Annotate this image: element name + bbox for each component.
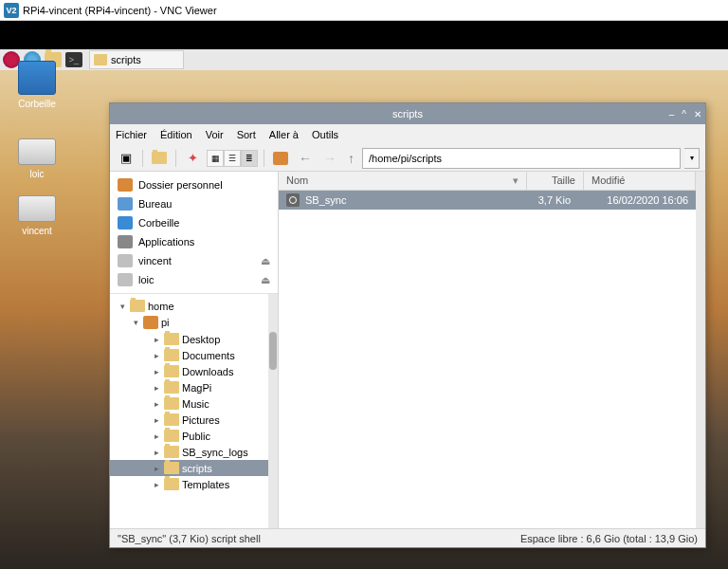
column-name[interactable]: Nom ▾ [279, 172, 527, 190]
file-scrollbar[interactable] [696, 172, 705, 528]
place-corbeille[interactable]: Corbeille [110, 213, 278, 232]
expand-icon[interactable]: ▸ [152, 431, 161, 441]
home-button[interactable] [270, 148, 291, 169]
expand-icon[interactable]: ▸ [152, 448, 161, 457]
sidebar: Dossier personnelBureauCorbeilleApplicat… [110, 172, 279, 528]
place-loic[interactable]: loic⏏ [110, 270, 278, 289]
taskbar: >_ scripts [0, 49, 728, 70]
expand-icon[interactable]: ▸ [152, 399, 161, 409]
tree-label: MagPi [182, 382, 211, 394]
desktop-icon-loic[interactable]: loic [13, 135, 61, 179]
place-icon [118, 254, 133, 267]
view-mode-group: ▦ ☰ ≣ [207, 150, 258, 167]
eject-icon[interactable]: ⏏ [261, 274, 270, 286]
tree-row-downloads[interactable]: ▸Downloads [110, 363, 278, 379]
tree-row-music[interactable]: ▸Music [110, 395, 278, 412]
place-label: loic [138, 274, 155, 285]
menu-aller à[interactable]: Aller à [269, 129, 299, 140]
tree-row-templates[interactable]: ▸Templates [110, 476, 278, 492]
close-icon[interactable]: ✕ [694, 109, 701, 119]
status-disk-space: Espace libre : 6,6 Gio (total : 13,9 Gio… [520, 533, 698, 544]
expand-icon[interactable]: ▸ [152, 335, 161, 344]
folder-icon [164, 478, 179, 490]
folder-icon [164, 381, 179, 394]
tree-row-desktop[interactable]: ▸Desktop [110, 331, 278, 347]
file-size: 3,7 Kio [514, 194, 571, 206]
view-icons-button[interactable]: ▦ [207, 150, 224, 167]
tree-label: scripts [182, 463, 212, 474]
place-dossier-personnel[interactable]: Dossier personnel [110, 175, 278, 194]
script-file-icon [286, 193, 300, 207]
path-input[interactable] [362, 148, 681, 169]
place-label: Applications [138, 236, 194, 248]
column-size[interactable]: Taille [527, 172, 584, 190]
place-label: Bureau [138, 198, 172, 210]
tree-row-sb_sync_logs[interactable]: ▸SB_sync_logs [110, 444, 278, 460]
menu-outils[interactable]: Outils [312, 129, 338, 140]
minimize-icon[interactable]: – [669, 109, 675, 119]
tree-row-documents[interactable]: ▸Documents [110, 347, 278, 363]
file-manager-window: scripts – ^ ✕ FichierÉditionVoirSortAlle… [109, 102, 706, 548]
tree-row-magpi[interactable]: ▸MagPi [110, 379, 278, 395]
folder-icon [164, 413, 179, 426]
expand-icon[interactable]: ▸ [152, 383, 161, 393]
drive-icon [18, 195, 56, 222]
menu-voir[interactable]: Voir [206, 129, 224, 140]
back-button[interactable]: ← [295, 151, 316, 166]
desktop-icon-corbeille[interactable]: Corbeille [13, 61, 61, 109]
desktop-icon-vincent[interactable]: vincent [13, 192, 61, 236]
desktop-icon-label: Corbeille [13, 99, 61, 109]
tree-scrollbar[interactable] [268, 294, 278, 528]
vnc-title: RPi4-vincent (RPi4-vincent) - VNC Viewer [23, 5, 217, 16]
eject-icon[interactable]: ⏏ [261, 255, 270, 267]
folder-icon [164, 430, 179, 442]
file-name: SB_sync [305, 194, 508, 206]
window-titlebar[interactable]: scripts – ^ ✕ [110, 103, 705, 124]
place-vincent[interactable]: vincent⏏ [110, 251, 278, 270]
expand-icon[interactable]: ▸ [152, 351, 161, 360]
folder-icon [164, 462, 179, 474]
tree-label: SB_sync_logs [182, 447, 248, 458]
tree-row-pi[interactable]: ▾ pi [110, 314, 278, 331]
view-compact-button[interactable]: ☰ [224, 150, 241, 167]
terminal-icon[interactable]: >_ [64, 51, 83, 68]
expand-icon[interactable]: ▸ [152, 367, 161, 376]
place-applications[interactable]: Applications [110, 232, 278, 251]
tree-label: home [148, 301, 174, 312]
up-button[interactable]: ↑ [344, 151, 358, 166]
tree-label: Documents [182, 350, 235, 361]
tree-row-public[interactable]: ▸Public [110, 428, 278, 444]
statusbar: "SB_sync" (3,7 Kio) script shell Espace … [110, 528, 705, 547]
expand-icon[interactable]: ▸ [152, 480, 161, 489]
desktop-icon-label: vincent [13, 226, 61, 236]
forward-button[interactable]: → [319, 151, 340, 166]
menu-édition[interactable]: Édition [160, 129, 192, 140]
preferences-button[interactable]: ✦ [182, 148, 203, 169]
expand-icon[interactable]: ▸ [152, 464, 161, 473]
tree-label: Templates [182, 479, 229, 490]
path-dropdown-button[interactable]: ▾ [684, 148, 700, 169]
new-tab-button[interactable]: ▣ [116, 148, 136, 169]
tree-row-pictures[interactable]: ▸Pictures [110, 412, 278, 428]
menu-sort[interactable]: Sort [237, 129, 256, 140]
column-modified[interactable]: Modifié [584, 172, 696, 190]
menu-fichier[interactable]: Fichier [116, 129, 147, 140]
file-list-header: Nom ▾ Taille Modifié [279, 172, 696, 191]
vnc-titlebar: V2 RPi4-vincent (RPi4-vincent) - VNC Vie… [0, 0, 728, 21]
view-list-button[interactable]: ≣ [241, 150, 258, 167]
menubar: FichierÉditionVoirSortAller àOutils [110, 124, 705, 145]
tree-label: Pictures [182, 414, 220, 426]
new-folder-button[interactable] [149, 148, 170, 169]
tree-row-scripts[interactable]: ▸scripts [110, 460, 278, 476]
file-row[interactable]: SB_sync3,7 Kio16/02/2020 16:06 [279, 191, 696, 210]
tree-row-home[interactable]: ▾ home [110, 298, 278, 314]
taskbar-window-label: scripts [111, 54, 141, 65]
drive-icon [18, 138, 56, 165]
place-icon [118, 197, 133, 211]
maximize-icon[interactable]: ^ [682, 109, 686, 119]
taskbar-active-window[interactable]: scripts [89, 50, 184, 69]
file-list-pane: Nom ▾ Taille Modifié SB_sync3,7 Kio16/02… [279, 172, 696, 528]
expand-icon[interactable]: ▸ [152, 415, 161, 425]
file-modified: 16/02/2020 16:06 [576, 194, 688, 206]
place-bureau[interactable]: Bureau [110, 194, 278, 213]
